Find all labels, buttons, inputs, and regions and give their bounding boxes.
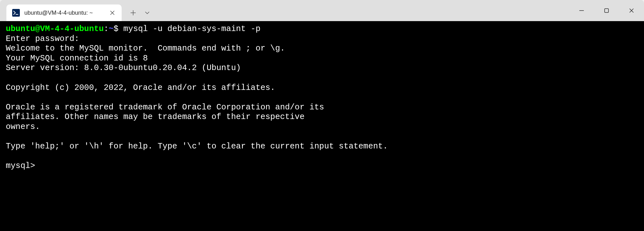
titlebar: ubuntu@VM-4-4-ubuntu: ~ xyxy=(0,0,644,21)
prompt-path: ~ xyxy=(109,24,113,34)
tab-active[interactable]: ubuntu@VM-4-4-ubuntu: ~ xyxy=(6,4,122,21)
output-line: Oracle is a registered trademark of Orac… xyxy=(6,103,324,112)
output-line: Enter password: xyxy=(6,34,79,44)
command: mysql -u debian-sys-maint -p xyxy=(123,24,260,34)
output-line: Your MySQL connection id is 8 xyxy=(6,54,148,63)
minimize-button[interactable] xyxy=(569,0,594,21)
tabs-area: ubuntu@VM-4-4-ubuntu: ~ xyxy=(0,0,154,21)
prompt-symbol: $ xyxy=(114,24,118,34)
svg-rect-6 xyxy=(605,9,608,12)
prompt-colon: : xyxy=(104,24,109,34)
tab-title: ubuntu@VM-4-4-ubuntu: ~ xyxy=(24,10,104,16)
output-line: Server version: 8.0.30-0ubuntu0.20.04.2 … xyxy=(6,63,241,73)
command-text xyxy=(118,24,123,34)
tab-dropdown-button[interactable] xyxy=(141,5,154,20)
terminal-window: ubuntu@VM-4-4-ubuntu: ~ xyxy=(0,0,644,231)
close-tab-button[interactable] xyxy=(109,9,116,16)
output-line: Welcome to the MySQL monitor. Commands e… xyxy=(6,44,285,53)
mysql-prompt: mysql> xyxy=(6,161,35,171)
new-tab-button[interactable] xyxy=(125,5,141,20)
output-line: Copyright (c) 2000, 2022, Oracle and/or … xyxy=(6,83,275,92)
maximize-button[interactable] xyxy=(594,0,619,21)
close-window-button[interactable] xyxy=(619,0,644,21)
output-line: affiliates. Other names may be trademark… xyxy=(6,112,304,122)
prompt-user-host: ubuntu@VM-4-4-ubuntu xyxy=(6,24,104,34)
powershell-icon xyxy=(12,9,20,17)
terminal-content[interactable]: ubuntu@VM-4-4-ubuntu:~$ mysql -u debian-… xyxy=(0,21,644,231)
output-line: Type 'help;' or '\h' for help. Type '\c'… xyxy=(6,142,388,151)
window-controls xyxy=(569,0,644,21)
output-line: owners. xyxy=(6,122,40,131)
